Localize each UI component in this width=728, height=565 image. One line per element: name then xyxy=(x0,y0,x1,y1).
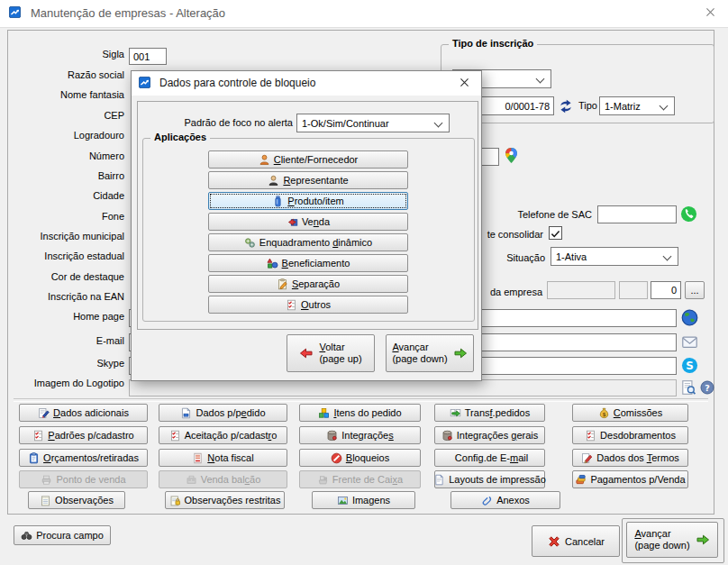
observacoes-restritas-button[interactable]: Observações restritas xyxy=(165,491,285,509)
comissoes-button[interactable]: $Comissões xyxy=(572,404,688,422)
tipo-label: Tipo xyxy=(578,100,597,111)
tipo-select[interactable]: 1-Matriz xyxy=(599,96,675,115)
focus-select[interactable]: 1-Ok/Sim/Continuar xyxy=(296,114,450,132)
check-icon xyxy=(550,228,561,240)
dados-adicionais-button[interactable]: Dados adicionais xyxy=(19,404,148,422)
beneficiamento-button[interactable]: Beneficiamento xyxy=(208,254,408,272)
shapes-icon xyxy=(267,258,278,269)
cash-drawer-icon xyxy=(186,474,197,486)
voltar-sub-label: (page up) xyxy=(319,353,361,364)
modal-avancar-sub-label: (page down) xyxy=(392,353,447,364)
padroes-p-cadastro-button[interactable]: Padrões p/cadastro xyxy=(19,426,148,444)
modal-avancar-button[interactable]: Avançar (page down) xyxy=(386,334,474,372)
field-label-logradouro: Logradouro xyxy=(12,130,124,141)
integracoes-button[interactable]: Integrações xyxy=(299,426,421,444)
dados-dos-termos-button[interactable]: Dados dos Termos xyxy=(572,449,688,467)
aceitacao-p-cadastro-button[interactable]: Aceitação p/cadastro xyxy=(159,426,287,444)
gears-icon xyxy=(244,237,256,249)
google-maps-pin-icon[interactable] xyxy=(503,147,520,164)
situacao-select[interactable]: 1-Ativa xyxy=(551,247,678,266)
cancelar-button[interactable]: Cancelar xyxy=(532,525,620,557)
nota-fiscal-button[interactable]: Nota fiscal xyxy=(159,449,287,467)
checklist-icon xyxy=(169,430,181,442)
cash-register-icon xyxy=(317,474,329,486)
globe-icon[interactable] xyxy=(681,309,698,326)
modal-avancar-label: Avançar xyxy=(392,342,428,352)
consolidar-label: te consolidar xyxy=(478,229,543,240)
button-label: Transf.pedidos xyxy=(465,407,530,418)
button-label: Nota fiscal xyxy=(207,452,253,463)
representante-button[interactable]: Representante xyxy=(208,171,408,189)
avancar-page-down-button[interactable]: Avançar (page down) xyxy=(626,522,718,558)
dados-p-pedido-button[interactable]: Dados p/pedido xyxy=(159,404,287,422)
consolidar-checkbox[interactable] xyxy=(549,226,562,240)
preview-icon[interactable] xyxy=(680,379,696,396)
layouts-de-impressao-button[interactable]: Layouts de impressão xyxy=(434,470,545,488)
paperclip-icon xyxy=(481,495,493,506)
config-de-e-mail-button[interactable]: Config.de E-mail xyxy=(434,449,545,467)
checklist-icon xyxy=(585,430,596,442)
button-label: Bloqueios xyxy=(346,452,389,463)
button-label: Representante xyxy=(283,175,348,186)
sac-input[interactable] xyxy=(597,205,677,223)
enquadramento-dinamico-button[interactable]: Enquadramento dinâmico xyxy=(208,233,408,251)
cnpj-sync-icon[interactable] xyxy=(558,98,574,114)
button-label: Orçamentos/retiradas xyxy=(43,452,139,463)
empresa-more-button[interactable]: ... xyxy=(685,281,705,299)
app-logo-icon xyxy=(9,6,23,21)
empresa-count-input[interactable] xyxy=(651,281,681,299)
aplicacoes-groupbox: Aplicações Cliente/FornecedorRepresentan… xyxy=(142,138,475,322)
desdobramentos-button[interactable]: Desdobramentos xyxy=(572,426,688,444)
button-label: Dados dos Termos xyxy=(596,452,679,463)
button-label: Config.de E-mail xyxy=(455,452,528,463)
skype-icon[interactable]: S xyxy=(681,357,698,374)
procura-campo-button[interactable]: Procura campo xyxy=(14,525,111,545)
checklist-icon xyxy=(32,430,44,442)
binoculars-icon xyxy=(21,530,32,542)
orcamentos-retiradas-button[interactable]: Orçamentos/retiradas xyxy=(19,449,148,467)
modal-app-logo-icon xyxy=(139,77,152,90)
button-label: Observações restritas xyxy=(185,495,281,506)
integracoes-gerais-button[interactable]: Integrações gerais xyxy=(434,426,545,444)
observacoes-button[interactable]: Observações xyxy=(28,491,125,509)
outros-button[interactable]: Outros xyxy=(208,296,408,314)
arrow-right-green-icon xyxy=(453,346,468,360)
bloqueios-button[interactable]: Bloqueios xyxy=(299,449,421,467)
field-label-imagem-do-logotipo: Imagem do Logotipo xyxy=(12,378,124,388)
voltar-label: Voltar xyxy=(319,342,344,352)
pagamentos-p-venda-button[interactable]: Pagamentos p/Venda xyxy=(572,470,688,488)
voltar-page-up-button[interactable]: Voltar (page up) xyxy=(287,334,375,372)
svg-text:?: ? xyxy=(705,383,710,393)
product-icon xyxy=(272,196,284,207)
field-label-home-page: Home page xyxy=(12,311,124,322)
titlebar: Manutenção de empresas - Alteração xyxy=(0,0,728,28)
venda-button[interactable]: Venda xyxy=(208,213,408,231)
money-bag-icon: $ xyxy=(598,407,610,419)
whatsapp-icon[interactable] xyxy=(680,205,697,223)
arrow-right-green-icon xyxy=(696,533,710,547)
modal-close-icon[interactable] xyxy=(459,77,472,90)
help-icon[interactable]: ? xyxy=(700,380,714,395)
field-label-cidade: Cidade xyxy=(12,190,124,201)
produto-item-button[interactable]: Produto/item xyxy=(208,192,408,210)
empresa-field-2 xyxy=(619,281,648,299)
anexos-button[interactable]: Anexos xyxy=(450,491,560,509)
avancar-label: Avançar xyxy=(634,528,670,539)
printer-icon xyxy=(41,474,52,486)
sale-icon xyxy=(287,216,298,228)
transf-pedidos-button[interactable]: Transf.pedidos xyxy=(434,404,545,422)
separacao-button[interactable]: Separação xyxy=(208,275,408,293)
focus-label: Padrão de foco no alerta xyxy=(147,117,293,128)
imagens-button[interactable]: Imagens xyxy=(312,491,415,509)
focus-value: 1-Ok/Sim/Continuar xyxy=(302,118,389,129)
pencil-red-icon xyxy=(581,452,593,464)
itens-do-pedido-button[interactable]: Itens do pedido xyxy=(299,404,421,422)
sigla-input[interactable] xyxy=(129,48,167,65)
modal-title: Dados para controle de bloqueio xyxy=(159,71,315,96)
image-icon xyxy=(337,495,349,506)
aplicacoes-legend: Aplicações xyxy=(150,132,210,142)
cliente-fornecedor-button[interactable]: Cliente/Fornecedor xyxy=(208,150,408,169)
close-icon[interactable] xyxy=(705,6,719,21)
mail-icon[interactable] xyxy=(681,333,698,351)
button-label: Outros xyxy=(301,299,331,310)
